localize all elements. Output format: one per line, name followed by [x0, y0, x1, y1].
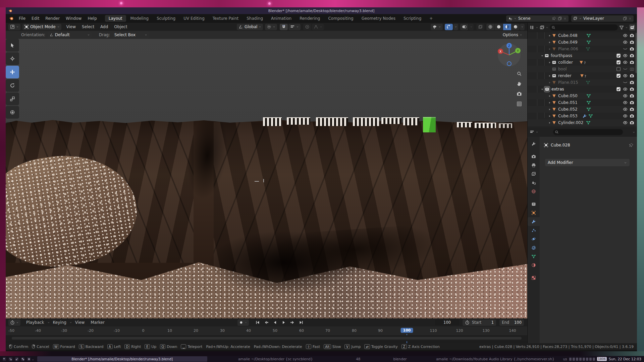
tool-scale[interactable]: [6, 93, 19, 105]
render-camera-icon[interactable]: [630, 87, 634, 92]
outliner-row[interactable]: Cube.053: [528, 113, 637, 119]
ortho-grid-icon[interactable]: [517, 101, 522, 107]
workspace-tab-geometry-nodes[interactable]: Geometry Nodes: [358, 15, 399, 22]
tab-material[interactable]: [528, 261, 540, 269]
timeline-scroll-area[interactable]: [6, 335, 527, 341]
workspace-pager-5[interactable]: [27, 357, 31, 361]
expand-icon[interactable]: [547, 121, 552, 124]
tab-scene[interactable]: [528, 178, 540, 187]
timeline-editor-type-button[interactable]: [8, 319, 20, 326]
tab-physics[interactable]: [528, 235, 540, 243]
render-camera-icon[interactable]: [630, 40, 634, 45]
hidden-eye-icon[interactable]: [623, 80, 628, 85]
workspace-tab-animation[interactable]: Animation: [267, 15, 295, 22]
window-titlebar[interactable]: Blender* [/home/amalie/Desktop/blender/r…: [6, 7, 637, 14]
exclude-checkbox[interactable]: [616, 73, 621, 78]
xray-toggle[interactable]: [476, 24, 484, 30]
render-camera-icon[interactable]: [630, 47, 634, 51]
show-object-types-button[interactable]: [431, 24, 443, 30]
outliner-row-collection[interactable]: collider 7: [528, 59, 637, 66]
outliner-scrollbar[interactable]: [636, 33, 637, 73]
viewport-menu-add[interactable]: Add: [97, 24, 111, 29]
workspace-tab-compositing[interactable]: Compositing: [324, 15, 357, 22]
menu-edit[interactable]: Edit: [29, 16, 42, 21]
menu-render[interactable]: Render: [42, 16, 63, 21]
outliner-row[interactable]: Cube.051: [528, 99, 637, 106]
snap-settings[interactable]: [288, 24, 301, 30]
menu-help[interactable]: Help: [85, 16, 100, 21]
snap-toggle[interactable]: [280, 24, 288, 30]
outliner-row[interactable]: Cube.052: [528, 106, 637, 113]
add-modifier-dropdown[interactable]: Add Modifier: [545, 159, 630, 166]
timeline-menu-marker[interactable]: Marker: [88, 320, 107, 325]
g izmos-toggle[interactable]: [445, 24, 453, 30]
properties-editor-icon[interactable]: [530, 130, 534, 134]
play-button[interactable]: [280, 319, 288, 325]
tab-view-layer[interactable]: [528, 170, 540, 178]
blender-menu-icon[interactable]: [9, 16, 14, 21]
green-cube-object[interactable]: [423, 117, 436, 132]
expand-icon[interactable]: [547, 34, 552, 37]
jump-to-end-button[interactable]: [297, 319, 305, 325]
hide-eye-icon[interactable]: [623, 40, 628, 45]
hide-eye-icon[interactable]: [623, 73, 628, 78]
render-camera-icon[interactable]: [630, 80, 634, 85]
tool-rotate[interactable]: [6, 79, 19, 92]
render-camera-icon[interactable]: [630, 73, 634, 78]
hidden-eye-icon[interactable]: [623, 67, 628, 71]
workspace-pager-4[interactable]: [21, 357, 24, 361]
start-value[interactable]: 1: [484, 320, 494, 325]
menu-file[interactable]: File: [16, 16, 29, 21]
exclude-checkbox-unchecked[interactable]: [616, 67, 621, 71]
gizmos-dropdown[interactable]: [453, 24, 458, 30]
outliner-row[interactable]: Plane.015: [528, 79, 637, 86]
expand-icon[interactable]: [547, 108, 552, 111]
outliner-search[interactable]: [550, 24, 618, 31]
render-camera-icon[interactable]: [630, 53, 634, 58]
expand-icon[interactable]: [547, 61, 552, 64]
tab-output[interactable]: [528, 161, 540, 170]
collapse-icon[interactable]: [540, 54, 544, 57]
close-icon[interactable]: [629, 17, 632, 20]
overlays-toggle[interactable]: [460, 24, 468, 30]
pin-icon[interactable]: [629, 143, 634, 147]
camera-view-icon[interactable]: [517, 91, 522, 97]
outliner-row[interactable]: Cube.050: [528, 93, 637, 99]
shading-wireframe-button[interactable]: [486, 24, 494, 30]
mode-selector[interactable]: Object Mode: [22, 24, 61, 30]
keyboard-layout-indicator[interactable]: us: [563, 357, 567, 361]
viewport-menu-select[interactable]: Select: [79, 24, 97, 29]
prev-keyframe-button[interactable]: [262, 319, 270, 325]
outliner-row-collection[interactable]: bool: [528, 66, 637, 72]
expand-icon[interactable]: [547, 95, 552, 98]
pivot-point-selector[interactable]: [265, 24, 277, 30]
tab-collection[interactable]: [528, 200, 540, 208]
hide-eye-icon[interactable]: [623, 94, 628, 98]
outliner-row-collection-active[interactable]: extras: [528, 86, 637, 93]
current-frame-field[interactable]: 100: [435, 319, 459, 325]
taskbar-item-terminal-2[interactable]: amalie ~/Downloads/Youtube Audio Library…: [427, 356, 563, 362]
timeline-menu-keying[interactable]: Keying: [50, 320, 69, 325]
timeline-ruler[interactable]: -50 -40 -30 -20 -10 0 10 20 30 40 50 60 …: [6, 326, 527, 335]
workspace-tab-modeling[interactable]: Modeling: [127, 15, 153, 22]
tab-render[interactable]: [528, 152, 540, 161]
shading-material-preview-button[interactable]: [503, 24, 511, 30]
workspace-tab-sculpting[interactable]: Sculpting: [153, 15, 179, 22]
outliner-row-collection[interactable]: render 7: [528, 72, 637, 79]
workspace-tab-uv-editing[interactable]: UV Editing: [180, 15, 208, 22]
exclude-checkbox[interactable]: [616, 53, 621, 58]
viewport-menu-object[interactable]: Object: [111, 24, 130, 29]
add-workspace-button[interactable]: +: [426, 15, 436, 22]
expand-icon[interactable]: [547, 81, 552, 84]
expand-icon[interactable]: [547, 115, 552, 118]
transform-orientation-selector[interactable]: Global: [237, 24, 263, 30]
tab-object[interactable]: [528, 208, 540, 217]
shading-dropdown[interactable]: [520, 24, 525, 30]
tool-move[interactable]: [6, 66, 19, 78]
outliner-search-input[interactable]: [550, 24, 618, 31]
tab-modifiers[interactable]: [528, 217, 540, 226]
expand-icon[interactable]: [547, 74, 552, 77]
shading-rendered-button[interactable]: [512, 24, 520, 30]
tab-constraints[interactable]: [528, 243, 540, 252]
tab-world[interactable]: [528, 187, 540, 196]
